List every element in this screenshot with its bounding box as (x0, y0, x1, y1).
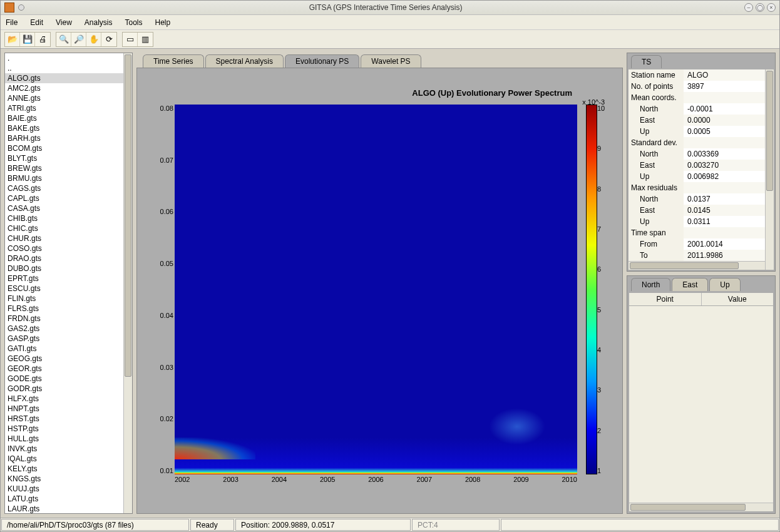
list-item[interactable]: ALGO.gts (5, 73, 123, 83)
list-item[interactable]: GASP.gts (5, 334, 123, 344)
menu-edit[interactable]: Edit (30, 18, 43, 27)
plot-title: ALGO (Up) Evolutionary Power Spectrum (412, 88, 572, 98)
list-item[interactable]: BARH.gts (5, 133, 123, 143)
ts-info-vscroll[interactable] (765, 69, 774, 270)
list-item[interactable]: ATRI.gts (5, 103, 123, 113)
window: GITSA (GPS Interactive Time Series Analy… (0, 0, 780, 532)
ts-info-panel: TS Station nameALGONo. of points3897Mean… (627, 53, 776, 272)
list-item[interactable]: ESCU.gts (5, 284, 123, 294)
list-item[interactable]: AMC2.gts (5, 83, 123, 93)
list-item[interactable]: DUBO.gts (5, 263, 123, 274)
list-item[interactable]: EPRT.gts (5, 274, 123, 284)
info-row: Up0.006982 (629, 171, 765, 182)
info-row: Max residuals (629, 182, 765, 193)
tab-ts[interactable]: TS (631, 55, 662, 68)
list-item[interactable]: KNGS.gts (5, 474, 123, 484)
colorbar-icon[interactable]: ▥ (138, 33, 153, 46)
status-state: Ready (190, 519, 234, 531)
list-item[interactable]: DRAO.gts (5, 253, 123, 263)
list-item[interactable]: HSTP.gts (5, 424, 123, 434)
list-item[interactable]: GEOG.gts (5, 354, 123, 364)
x-axis-ticks: 200220032004200520062007200820092010 (175, 476, 577, 488)
list-item[interactable]: KELY.gts (5, 464, 123, 474)
save-icon[interactable]: 💾 (20, 33, 35, 46)
status-path: /home/ali/PhD/TS/proc03/gts (87 files) (1, 519, 189, 531)
menu-tools[interactable]: Tools (125, 18, 143, 27)
list-item[interactable]: BAKE.gts (5, 123, 123, 133)
tab-wavelet-ps[interactable]: Wavelet PS (361, 54, 421, 68)
list-item[interactable]: LATU.gts (5, 494, 123, 504)
list-item[interactable]: FLIN.gts (5, 294, 123, 304)
list-item[interactable]: BREW.gts (5, 163, 123, 173)
plot-area[interactable]: ALGO (Up) Evolutionary Power Spectrum x … (136, 68, 623, 514)
tab-time-series[interactable]: Time Series (143, 54, 204, 68)
list-item[interactable]: FLRS.gts (5, 304, 123, 314)
tab-east[interactable]: East (672, 278, 708, 291)
list-item[interactable]: HULL.gts (5, 434, 123, 444)
info-row: Up0.0005 (629, 126, 765, 137)
tab-up[interactable]: Up (709, 278, 740, 291)
menu-analysis[interactable]: Analysis (85, 18, 113, 27)
status-position: Position: 2009.9889, 0.0517 (235, 519, 411, 531)
info-row: Up0.0311 (629, 216, 765, 227)
list-item[interactable]: GATI.gts (5, 344, 123, 354)
list-item[interactable]: CHUR.gts (5, 233, 123, 243)
ts-info-hscroll[interactable] (629, 261, 765, 270)
rotate-icon[interactable]: ⟳ (101, 33, 116, 46)
list-item[interactable]: HRST.gts (5, 414, 123, 424)
points-hscroll[interactable] (629, 503, 773, 511)
list-item[interactable]: CAGS.gts (5, 183, 123, 193)
list-item[interactable]: BAIE.gts (5, 113, 123, 123)
list-item[interactable]: GODE.gts (5, 374, 123, 384)
list-item[interactable]: CAPL.gts (5, 193, 123, 203)
list-item[interactable]: ANNE.gts (5, 93, 123, 103)
info-row: Standard dev. (629, 137, 765, 148)
menu-help[interactable]: Help (155, 18, 171, 27)
info-row: No. of points3897 (629, 81, 765, 92)
list-item[interactable]: CHIB.gts (5, 213, 123, 223)
y-axis-ticks: 0.080.070.060.050.040.030.020.01 (150, 105, 173, 474)
info-row: North-0.0001 (629, 103, 765, 115)
list-item[interactable]: GAS2.gts (5, 324, 123, 334)
tab-north[interactable]: North (631, 278, 670, 291)
list-item[interactable]: FRDN.gts (5, 314, 123, 324)
list-item[interactable]: BLYT.gts (5, 153, 123, 163)
menu-file[interactable]: File (6, 18, 18, 27)
list-item[interactable]: INVK.gts (5, 444, 123, 454)
list-item[interactable]: . (5, 53, 123, 63)
list-item[interactable]: COSO.gts (5, 243, 123, 253)
menu-view[interactable]: View (56, 18, 72, 27)
list-item[interactable]: LAUR.gts (5, 504, 123, 513)
print-icon[interactable]: 🖨 (35, 33, 50, 46)
datacursor-icon[interactable]: ▭ (123, 33, 138, 46)
file-list-scrollbar[interactable] (123, 53, 132, 513)
tab-evolutionary-ps[interactable]: Evolutionary PS (285, 54, 359, 68)
tab-spectral-analysis[interactable]: Spectral Analysis (205, 54, 284, 68)
file-list[interactable]: ...ALGO.gtsAMC2.gtsANNE.gtsATRI.gtsBAIE.… (4, 53, 133, 514)
zoom-out-icon[interactable]: 🔎 (71, 33, 86, 46)
list-item[interactable]: BCOM.gts (5, 143, 123, 153)
minimize-button[interactable]: – (744, 3, 753, 12)
list-item[interactable]: GODR.gts (5, 384, 123, 394)
zoom-in-icon[interactable]: 🔍 (56, 33, 71, 46)
list-item[interactable]: IQAL.gts (5, 454, 123, 464)
maximize-button[interactable]: ◯ (756, 3, 764, 12)
pan-icon[interactable]: ✋ (86, 33, 101, 46)
menubar: File Edit View Analysis Tools Help (1, 15, 779, 30)
list-item[interactable]: .. (5, 63, 123, 73)
list-item[interactable]: BRMU.gts (5, 173, 123, 183)
list-item[interactable]: HLFX.gts (5, 394, 123, 404)
list-item[interactable]: KUUJ.gts (5, 484, 123, 494)
open-icon[interactable]: 📂 (5, 33, 20, 46)
list-item[interactable]: HNPT.gts (5, 404, 123, 414)
close-button[interactable]: × (767, 3, 776, 12)
list-item[interactable]: GEOR.gts (5, 364, 123, 374)
right-pane: TS Station nameALGONo. of points3897Mean… (627, 53, 776, 514)
info-row: East0.003270 (629, 160, 765, 171)
points-col-point[interactable]: Point (629, 293, 702, 305)
list-item[interactable]: CASA.gts (5, 203, 123, 213)
points-col-value[interactable]: Value (702, 293, 774, 305)
list-item[interactable]: CHIC.gts (5, 223, 123, 233)
colorbar-ticks: 12345678910 (597, 105, 611, 474)
titlebar-dot-icon (18, 4, 24, 11)
